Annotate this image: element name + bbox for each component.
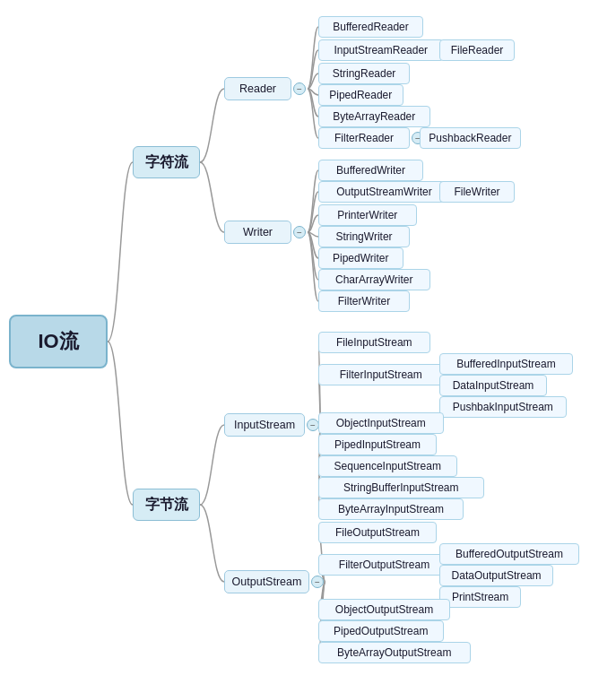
- node-PipedOutputStream: PipedOutputStream: [318, 620, 444, 642]
- node-BufferedWriter: BufferedWriter: [318, 160, 423, 181]
- node-Writer: Writer: [224, 221, 291, 244]
- node-DataOutputStream: DataOutputStream: [439, 565, 553, 586]
- node-ObjectOutputStream: ObjectOutputStream: [318, 599, 450, 620]
- node-FilterInputStream: FilterInputStream: [318, 364, 444, 385]
- node-SequenceInputStream: SequenceInputStream: [318, 455, 457, 477]
- node-PrintStream: PrintStream: [439, 586, 521, 608]
- node-FilterOutputStream: FilterOutputStream: [318, 554, 450, 576]
- collapse-icon[interactable]: −: [293, 226, 306, 238]
- node-BufferedOutputStream: BufferedOutputStream: [439, 543, 579, 565]
- node-PipedInputStream: PipedInputStream: [318, 434, 437, 455]
- collapse-icon[interactable]: −: [307, 419, 319, 431]
- node-StringBufferInputStream: StringBufferInputStream: [318, 477, 484, 498]
- node-PipedWriter: PipedWriter: [318, 247, 403, 269]
- collapse-icon[interactable]: −: [311, 576, 324, 588]
- node-ObjectInputStream: ObjectInputStream: [318, 412, 444, 434]
- node-StringReader: StringReader: [318, 63, 410, 84]
- node-字节流: 字节流: [133, 489, 200, 521]
- node-FileWriter: FileWriter: [439, 181, 515, 203]
- node-IO流: IO流: [9, 315, 108, 368]
- node-PrinterWriter: PrinterWriter: [318, 204, 417, 226]
- node-InputStream: InputStream: [224, 413, 305, 437]
- node-FileReader: FileReader: [439, 39, 515, 61]
- node-OutputStreamWriter: OutputStreamWriter: [318, 181, 450, 203]
- node-ByteArrayOutputStream: ByteArrayOutputStream: [318, 642, 471, 663]
- node-ByteArrayInputStream: ByteArrayInputStream: [318, 498, 464, 520]
- collapse-icon[interactable]: −: [293, 82, 306, 95]
- node-Reader: Reader: [224, 77, 291, 100]
- node-PushbakInputStream: PushbakInputStream: [439, 396, 567, 418]
- node-FileInputStream: FileInputStream: [318, 332, 430, 353]
- node-PipedReader: PipedReader: [318, 84, 403, 106]
- node-PushbackReader: PushbackReader: [420, 127, 521, 149]
- node-InputStreamReader: InputStreamReader: [318, 39, 444, 61]
- mind-map: IO流字符流Reader−BufferedReaderInputStreamRe…: [0, 0, 616, 684]
- node-FilterReader: FilterReader: [318, 127, 410, 149]
- node-字符流: 字符流: [133, 146, 200, 178]
- node-ByteArrayReader: ByteArrayReader: [318, 106, 430, 127]
- node-FileOutputStream: FileOutputStream: [318, 522, 437, 543]
- node-CharArrayWriter: CharArrayWriter: [318, 269, 430, 290]
- node-FilterWriter: FilterWriter: [318, 290, 410, 312]
- node-StringWriter: StringWriter: [318, 226, 410, 247]
- node-BufferedReader: BufferedReader: [318, 16, 423, 38]
- node-DataInputStream: DataInputStream: [439, 375, 547, 396]
- node-OutputStream: OutputStream: [224, 570, 309, 593]
- node-BufferedInputStream: BufferedInputStream: [439, 353, 573, 375]
